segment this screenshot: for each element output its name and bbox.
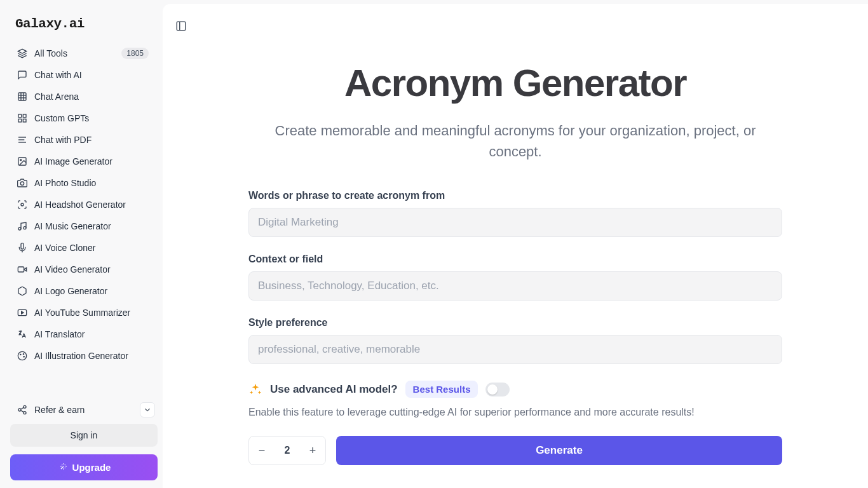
refer-earn-link[interactable]: Refer & earn [17, 404, 85, 416]
sidebar-item-label: Chat with AI [34, 70, 149, 80]
grid-icon [17, 91, 28, 102]
sidebar-badge: 1805 [121, 48, 149, 59]
wand-icon [57, 463, 67, 473]
sidebar-item-custom-gpts[interactable]: Custom GPTs [10, 107, 155, 129]
svg-rect-33 [177, 22, 186, 30]
upgrade-label: Upgrade [72, 462, 111, 473]
quantity-stepper: − 2 + [248, 436, 326, 465]
chat-icon [17, 69, 28, 81]
palette-icon [17, 350, 28, 362]
file-text-icon [17, 134, 28, 146]
svg-rect-7 [23, 114, 26, 118]
sidebar-item-label: All Tools [34, 48, 115, 58]
advanced-model-toggle[interactable] [485, 383, 510, 396]
advanced-helper-text: Enable this feature to leverage cutting-… [248, 407, 782, 418]
svg-point-27 [24, 356, 24, 357]
chevron-down-icon [143, 405, 152, 414]
sidebar-footer: Refer & earn Sign in Upgrade [10, 393, 158, 480]
mic-icon [17, 242, 28, 254]
sidebar-item-label: AI Music Generator [34, 221, 149, 231]
sidebar-item-chat-arena[interactable]: Chat Arena [10, 86, 155, 107]
apps-icon [17, 112, 28, 124]
translate-icon [17, 329, 28, 340]
svg-line-32 [21, 410, 24, 412]
svg-point-25 [20, 354, 21, 355]
svg-point-17 [18, 227, 21, 230]
signin-button[interactable]: Sign in [10, 424, 158, 447]
svg-marker-0 [18, 49, 26, 53]
context-label: Context or field [248, 254, 782, 265]
layers-icon [17, 48, 28, 59]
sidebar-item-all-tools[interactable]: All Tools 1805 [10, 43, 155, 64]
sparkle-icon [248, 383, 262, 396]
sidebar-item-label: AI Voice Cloner [34, 243, 149, 253]
sidebar-item-chat-pdf[interactable]: Chat with PDF [10, 129, 155, 151]
video-icon [17, 264, 28, 275]
camera-icon [17, 177, 28, 189]
upgrade-button[interactable]: Upgrade [10, 454, 158, 480]
stepper-value: 2 [275, 445, 300, 456]
generate-button[interactable]: Generate [336, 436, 782, 465]
sidebar-item-voice[interactable]: AI Voice Cloner [10, 237, 155, 259]
brand-logo[interactable]: Galaxy.ai [10, 10, 158, 43]
sidebar-nav: All Tools 1805 Chat with AI Chat Arena C… [10, 43, 158, 393]
sidebar-item-music[interactable]: AI Music Generator [10, 215, 155, 237]
panel-left-icon [175, 20, 187, 32]
share-icon [17, 404, 28, 416]
sidebar-item-logo[interactable]: AI Logo Generator [10, 280, 155, 302]
svg-point-14 [20, 159, 22, 161]
sidebar-item-label: Chat with PDF [34, 135, 149, 145]
sidebar-item-illustration[interactable]: AI Illustration Generator [10, 345, 155, 367]
sidebar-item-label: AI Logo Generator [34, 286, 149, 296]
collapse-sidebar-button[interactable] [140, 402, 155, 417]
sidebar-item-chat-ai[interactable]: Chat with AI [10, 64, 155, 86]
svg-rect-20 [18, 267, 24, 272]
stepper-decrement[interactable]: − [249, 437, 275, 464]
svg-rect-9 [18, 119, 22, 122]
page-title: Acronym Generator [248, 61, 782, 105]
sidebar-item-translator[interactable]: AI Translator [10, 323, 155, 345]
svg-line-31 [21, 407, 24, 409]
music-icon [17, 220, 28, 232]
svg-point-15 [20, 182, 24, 185]
svg-point-29 [18, 409, 21, 411]
youtube-icon [17, 307, 28, 318]
hexagon-icon [17, 285, 28, 297]
svg-rect-6 [18, 114, 22, 118]
sidebar-item-image-generator[interactable]: AI Image Generator [10, 151, 155, 172]
words-label: Words or phrase to create acronym from [248, 190, 782, 201]
best-results-badge: Best Results [405, 381, 478, 398]
sidebar-item-label: AI Photo Studio [34, 178, 149, 188]
context-input[interactable] [248, 271, 782, 301]
svg-point-24 [18, 351, 26, 360]
svg-point-26 [23, 354, 24, 355]
sidebar-item-label: Custom GPTs [34, 113, 149, 123]
stepper-increment[interactable]: + [300, 437, 325, 464]
sidebar: Galaxy.ai All Tools 1805 Chat with AI Ch… [0, 0, 163, 488]
toggle-thumb [487, 384, 498, 395]
svg-marker-23 [22, 311, 24, 314]
svg-point-16 [21, 203, 24, 206]
sidebar-item-label: AI Translator [34, 329, 149, 339]
sidebar-item-headshot[interactable]: AI Headshot Generator [10, 194, 155, 215]
advanced-model-label: Use advanced AI model? [270, 383, 398, 396]
scan-face-icon [17, 199, 28, 210]
style-input[interactable] [248, 335, 782, 364]
sidebar-item-label: AI Video Generator [34, 264, 149, 274]
words-input[interactable] [248, 208, 782, 237]
panel-toggle-button[interactable] [175, 20, 188, 33]
sidebar-item-label: AI Illustration Generator [34, 351, 149, 361]
refer-label: Refer & earn [34, 405, 85, 415]
sidebar-item-photo-studio[interactable]: AI Photo Studio [10, 172, 155, 194]
sidebar-item-label: AI Headshot Generator [34, 200, 149, 210]
main-content: Acronym Generator Create memorable and m… [163, 4, 868, 488]
sidebar-item-youtube[interactable]: AI YouTube Summarizer [10, 302, 155, 323]
svg-rect-1 [18, 93, 26, 100]
style-label: Style preference [248, 317, 782, 329]
svg-point-28 [24, 405, 26, 408]
svg-point-30 [24, 412, 26, 414]
sidebar-item-label: AI YouTube Summarizer [34, 308, 149, 318]
image-icon [17, 156, 28, 167]
sidebar-item-video[interactable]: AI Video Generator [10, 259, 155, 280]
svg-point-18 [24, 227, 26, 229]
